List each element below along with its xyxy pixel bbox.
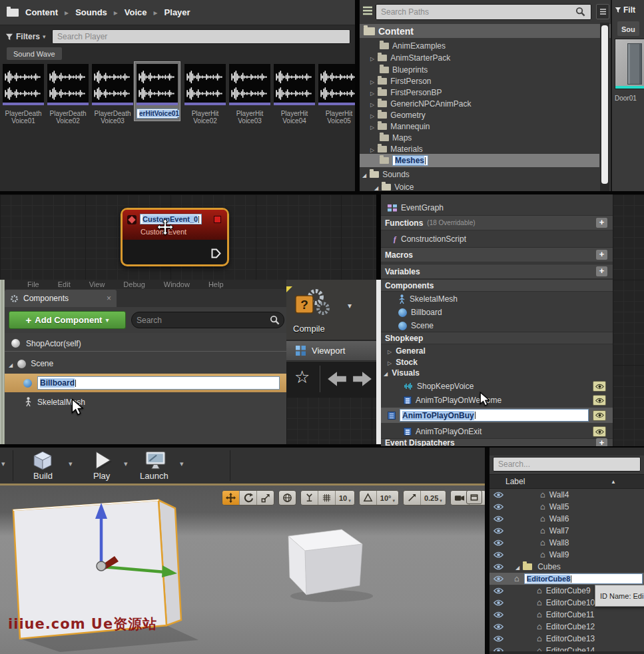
move-tool-button[interactable] xyxy=(222,491,239,505)
scrollbar-thumb[interactable] xyxy=(601,25,608,184)
expander-icon[interactable] xyxy=(9,358,13,370)
folder-rename-input[interactable]: Meshes xyxy=(392,155,428,166)
outliner-row-wall[interactable]: Wall4 xyxy=(489,489,644,501)
visibility-eye-icon[interactable] xyxy=(493,503,503,510)
asset-tile[interactable]: PlayerDeathVoice03 xyxy=(92,64,133,125)
expander-icon[interactable] xyxy=(370,88,374,97)
outliner-row-wall[interactable]: Wall8 xyxy=(489,537,644,549)
billboard-var-row[interactable]: Billboard xyxy=(381,306,613,319)
toolbar-overflow-caret-icon[interactable] xyxy=(1,460,5,468)
play-button[interactable]: Play xyxy=(83,449,123,482)
components-header[interactable]: Components xyxy=(381,279,613,292)
outliner-row-wall[interactable]: Wall7 xyxy=(489,525,644,537)
level-viewport[interactable]: 10 10° 0.25 xyxy=(0,486,485,654)
outliner-row-wall[interactable]: Wall5 xyxy=(489,501,644,513)
visibility-eye-icon[interactable] xyxy=(493,563,503,570)
expander-icon[interactable] xyxy=(362,170,366,179)
visibility-eye-button[interactable] xyxy=(593,410,606,421)
expander-icon[interactable] xyxy=(370,77,374,86)
favorite-star-icon[interactable] xyxy=(294,367,310,388)
asset-tile[interactable]: PlayerHitVoice04 xyxy=(274,64,315,125)
animtoplayonexit-var-row[interactable]: AnimToPlayOnExit xyxy=(381,425,613,438)
visibility-eye-icon[interactable] xyxy=(493,611,503,618)
asset-rename-input[interactable]: erHitVoice01 xyxy=(137,109,178,119)
visibility-eye-button[interactable] xyxy=(593,381,606,392)
general-category-row[interactable]: General xyxy=(381,345,613,356)
maximize-viewport-button[interactable] xyxy=(466,490,482,504)
visuals-category-row[interactable]: Visuals xyxy=(381,367,613,378)
exec-pin-icon[interactable] xyxy=(211,248,221,258)
rotate-tool-button[interactable] xyxy=(240,491,256,505)
expander-icon[interactable] xyxy=(370,53,374,63)
visibility-eye-icon[interactable] xyxy=(493,551,503,558)
viewport-tab[interactable]: Viewport xyxy=(286,341,376,361)
asset-tile-selected[interactable]: erHitVoice01 xyxy=(134,61,180,121)
scale-snap-toggle-button[interactable] xyxy=(404,491,420,505)
add-macro-button[interactable] xyxy=(596,250,607,260)
label-column-header[interactable]: Label xyxy=(505,477,525,486)
visibility-eye-button[interactable] xyxy=(593,395,606,406)
add-function-button[interactable] xyxy=(596,218,607,228)
launch-options-caret-icon[interactable] xyxy=(180,460,184,468)
build-options-caret-icon[interactable] xyxy=(69,460,73,468)
preview-chip[interactable]: Sou xyxy=(617,21,639,36)
menu-window[interactable]: Window xyxy=(164,280,190,288)
asset-tile[interactable]: PlayerDeathVoice02 xyxy=(47,64,89,125)
rotation-snap-toggle-button[interactable] xyxy=(360,491,376,505)
event-graph-row[interactable]: EventGraph xyxy=(381,201,613,214)
visibility-eye-button[interactable] xyxy=(593,426,606,437)
view-options-button[interactable] xyxy=(596,4,609,19)
scale-snap-value-button[interactable]: 0.25 xyxy=(421,491,446,505)
outliner-folder-cubes[interactable]: Cubes xyxy=(489,561,644,573)
compile-button[interactable]: Compile xyxy=(293,324,325,334)
build-button[interactable]: Build xyxy=(20,449,67,482)
asset-tile[interactable]: PlayerHitVoice02 xyxy=(184,64,226,125)
content-search-input[interactable] xyxy=(52,29,350,44)
outliner-search-input[interactable] xyxy=(493,457,641,472)
tree-row-meshes-renaming[interactable]: Meshes xyxy=(360,154,599,167)
play-options-caret-icon[interactable] xyxy=(124,460,128,468)
breadcrumb-item-player[interactable]: Player xyxy=(164,7,190,17)
node-stop-button[interactable] xyxy=(214,216,221,223)
expander-icon[interactable] xyxy=(370,122,374,131)
animtoplayonwelcome-var-row[interactable]: AnimToPlayOnWelcome xyxy=(381,394,613,407)
custom-event-node[interactable]: CustomEvent_0 Custom Event xyxy=(121,208,229,266)
menu-view[interactable]: View xyxy=(89,280,105,288)
outliner-row-cube[interactable]: EditorCube12 xyxy=(489,621,644,633)
expander-icon[interactable] xyxy=(515,562,519,571)
components-search-input[interactable] xyxy=(131,312,284,328)
forward-arrow-button[interactable] xyxy=(352,370,373,388)
component-rename-input[interactable]: Billboard xyxy=(37,376,280,390)
expander-icon[interactable] xyxy=(370,145,374,154)
expander-icon[interactable] xyxy=(388,346,392,356)
visibility-eye-icon[interactable] xyxy=(493,635,503,642)
close-tab-icon[interactable] xyxy=(107,294,111,303)
actor-rename-input[interactable]: EditorCube8 xyxy=(524,573,643,584)
functions-header[interactable]: Functions (18 Overridable) xyxy=(381,215,613,230)
variables-header[interactable]: Variables xyxy=(381,264,613,279)
billboard-component-row-renaming[interactable]: Billboard xyxy=(5,374,286,392)
asset-tile[interactable]: PlayerHitVoice03 xyxy=(229,64,270,125)
components-tab[interactable]: Components xyxy=(5,290,117,307)
skeletalmesh-component-row[interactable]: SkeletalMesh xyxy=(5,394,286,410)
menu-file[interactable]: File xyxy=(27,280,39,288)
expander-icon[interactable] xyxy=(370,99,374,109)
visibility-eye-icon[interactable] xyxy=(493,527,503,534)
outliner-header-row[interactable]: Label ▲ xyxy=(489,474,644,489)
menu-help[interactable]: Help xyxy=(208,280,224,288)
expander-icon[interactable] xyxy=(370,111,374,120)
grid-snap-value-button[interactable]: 10 xyxy=(336,491,354,505)
add-variable-button[interactable] xyxy=(596,266,607,276)
asset-tile[interactable]: PlayerHitVoice05 xyxy=(318,64,355,125)
expander-icon[interactable] xyxy=(384,368,388,378)
shopkeep-category-header[interactable]: Shopkeep xyxy=(381,332,613,344)
blueprint-graph-canvas[interactable]: CustomEvent_0 Custom Event xyxy=(0,194,376,280)
asset-tile[interactable]: PlayerDeathVoice01 xyxy=(3,64,44,125)
grid-snap-toggle-button[interactable] xyxy=(318,491,335,505)
visibility-eye-icon[interactable] xyxy=(493,491,503,498)
preview-filters-button[interactable]: Filt xyxy=(615,5,644,15)
macros-header[interactable]: Macros xyxy=(381,247,613,262)
visibility-eye-icon[interactable] xyxy=(493,575,503,582)
stock-category-row[interactable]: Stock xyxy=(381,356,613,368)
add-component-button[interactable]: + Add Component xyxy=(9,311,126,329)
